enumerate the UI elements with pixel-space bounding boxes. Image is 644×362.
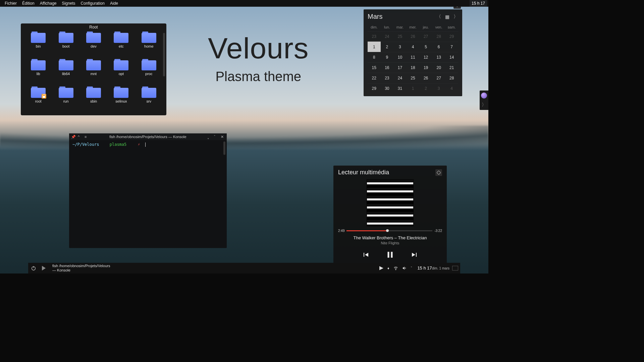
calendar-day[interactable]: 29 xyxy=(368,83,381,94)
folder-icon xyxy=(31,86,46,98)
file-manager-scrollbar[interactable] xyxy=(163,33,165,76)
file-manager-title: Root xyxy=(21,23,166,31)
calendar-day[interactable]: 23 xyxy=(368,31,381,42)
calendar-day[interactable]: 30 xyxy=(381,83,394,94)
file-manager-window[interactable]: Root binbootdevetchomeliblib64mntoptproc… xyxy=(21,23,166,115)
pin-icon[interactable] xyxy=(435,169,442,176)
menu-aide[interactable]: Aide xyxy=(107,0,121,6)
folder-root[interactable]: root xyxy=(25,86,51,111)
power-icon[interactable] xyxy=(28,263,39,274)
calendar-day[interactable]: 25 xyxy=(393,31,407,42)
calendar-day[interactable]: 31 xyxy=(393,83,407,94)
next-track-icon[interactable] xyxy=(411,251,419,259)
prev-track-icon[interactable] xyxy=(362,251,370,259)
menu-affichage[interactable]: Affichage xyxy=(37,0,59,6)
calendar-day[interactable]: 10 xyxy=(393,52,407,62)
calendar-day[interactable]: 28 xyxy=(445,73,458,83)
maximize-icon[interactable]: ˆ xyxy=(214,135,218,139)
folder-home[interactable]: home xyxy=(136,31,162,56)
pause-icon[interactable] xyxy=(385,250,395,260)
minimize-icon[interactable]: ˬ xyxy=(207,135,211,139)
calendar-day[interactable]: 1 xyxy=(407,83,420,94)
close-icon[interactable]: ✕ xyxy=(221,135,225,139)
terminal-body[interactable]: ~/P/Velours plasma5 ⚡ xyxy=(69,140,227,149)
calendar-day[interactable]: 17 xyxy=(393,62,407,73)
calendar-day[interactable]: 3 xyxy=(432,83,445,94)
wifi-icon[interactable] xyxy=(393,266,398,270)
folder-sbin[interactable]: sbin xyxy=(81,86,106,111)
menu-edition[interactable]: Édition xyxy=(19,0,37,6)
menu-signets[interactable]: Signets xyxy=(59,0,78,6)
calendar-day[interactable]: 18 xyxy=(407,62,420,73)
calendar-day[interactable]: 6 xyxy=(432,42,445,52)
calendar-day[interactable]: 12 xyxy=(419,52,432,62)
calendar-day[interactable]: 13 xyxy=(432,52,445,62)
calendar-day[interactable]: 7 xyxy=(445,42,458,52)
show-desktop-icon[interactable] xyxy=(452,263,460,274)
calendar-day[interactable]: 24 xyxy=(393,73,407,83)
calendar-day[interactable]: 5 xyxy=(419,42,432,52)
taskbar-entry-konsole[interactable]: fish /home/obnosim/Projets/Velours — Kon… xyxy=(50,263,113,274)
launcher-icon[interactable] xyxy=(39,263,50,274)
volume-icon[interactable] xyxy=(402,266,407,270)
terminal-window[interactable]: 📌 ^ ≡ fish /home/obnosim/Projets/Velours… xyxy=(69,133,227,248)
terminal-titlebar[interactable]: 📌 ^ ≡ fish /home/obnosim/Projets/Velours… xyxy=(69,133,227,140)
calendar-day[interactable]: 15 xyxy=(368,62,381,73)
panel-clock[interactable]: 15 h 17 dim. 1 mars xyxy=(415,263,452,274)
calendar-today-icon[interactable]: ▦ xyxy=(445,14,449,19)
calendar-day[interactable]: 9 xyxy=(381,52,394,62)
calendar-day[interactable]: 2 xyxy=(381,42,394,52)
tray-expand-icon[interactable]: 〉 xyxy=(482,102,486,108)
pin-icon[interactable]: 📌 xyxy=(71,135,75,139)
calendar-day[interactable]: 23 xyxy=(381,73,394,83)
calendar-day[interactable]: 25 xyxy=(407,73,420,83)
folder-lib[interactable]: lib xyxy=(25,58,51,84)
menu-fichier[interactable]: Fichier xyxy=(2,0,19,6)
calendar-day[interactable]: 19 xyxy=(419,62,432,73)
folder-selinux[interactable]: selinux xyxy=(108,86,134,111)
terminal-scrollbar[interactable] xyxy=(223,141,225,155)
folder-etc[interactable]: etc xyxy=(108,31,134,56)
calendar-day[interactable]: 24 xyxy=(381,31,394,42)
play-indicator-icon[interactable] xyxy=(379,266,383,270)
calendar-day[interactable]: 28 xyxy=(432,31,445,42)
folder-mnt[interactable]: mnt xyxy=(81,58,106,84)
calendar-day[interactable]: 4 xyxy=(407,42,420,52)
calendar-day[interactable]: 4 xyxy=(445,83,458,94)
window-menu-icon[interactable]: ≡ xyxy=(85,135,89,139)
tray-app-icon[interactable] xyxy=(481,93,487,99)
folder-srv[interactable]: srv xyxy=(136,86,162,111)
folder-run[interactable]: run xyxy=(53,86,78,111)
calendar-prev-icon[interactable]: 〈 xyxy=(436,14,441,20)
calendar-day[interactable]: 29 xyxy=(445,31,458,42)
calendar-day[interactable]: 11 xyxy=(407,52,420,62)
folder-dev[interactable]: dev xyxy=(81,31,106,56)
calendar-day[interactable]: 8 xyxy=(368,52,381,62)
calendar-day[interactable]: 20 xyxy=(432,62,445,73)
folder-boot[interactable]: boot xyxy=(53,31,78,56)
calendar-day[interactable]: 27 xyxy=(432,73,445,83)
tray-expand-icon[interactable]: ˇ xyxy=(411,266,412,270)
keep-above-icon[interactable]: ^ xyxy=(78,135,82,139)
progress-bar[interactable] xyxy=(346,230,432,231)
folder-icon xyxy=(31,32,46,43)
calendar-day[interactable]: 22 xyxy=(368,73,381,83)
calendar-day[interactable]: 16 xyxy=(381,62,394,73)
calendar-day[interactable]: 21 xyxy=(445,62,458,73)
calendar-day[interactable]: 14 xyxy=(445,52,458,62)
clock-top[interactable]: 15 h 17 xyxy=(470,0,487,7)
album-art[interactable] xyxy=(367,179,414,226)
calendar-day[interactable]: 2 xyxy=(419,83,432,94)
calendar-day[interactable]: 27 xyxy=(419,31,432,42)
calendar-day[interactable]: 26 xyxy=(419,73,432,83)
folder-bin[interactable]: bin xyxy=(25,31,51,56)
folder-lib64[interactable]: lib64 xyxy=(53,58,78,84)
calendar-day[interactable]: 1 xyxy=(368,42,381,52)
folder-opt[interactable]: opt xyxy=(108,58,134,84)
menu-configuration[interactable]: Configuration xyxy=(78,0,107,6)
calendar-day[interactable]: 26 xyxy=(407,31,420,42)
calendar-next-icon[interactable]: 〉 xyxy=(453,14,458,20)
calendar-day[interactable]: 3 xyxy=(393,42,407,52)
folder-proc[interactable]: proc xyxy=(136,58,162,84)
bulb-icon[interactable]: ♦ xyxy=(387,266,389,270)
